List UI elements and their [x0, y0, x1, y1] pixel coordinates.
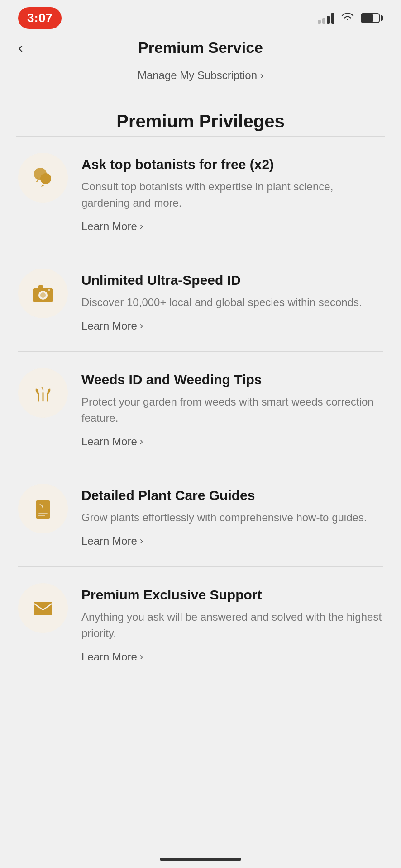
time-display: 3:07	[18, 7, 62, 29]
weeds-learn-more[interactable]: Learn More ›	[81, 435, 143, 448]
feature-item-botanists: Ask top botanists for free (x2) Consult …	[0, 137, 401, 236]
subscription-chevron: ›	[260, 70, 263, 81]
botanists-icon-wrap	[18, 153, 68, 203]
plant-care-learn-more[interactable]: Learn More ›	[81, 535, 143, 547]
support-title: Premium Exclusive Support	[81, 586, 383, 604]
battery-icon	[361, 13, 383, 23]
plant-icon	[30, 380, 56, 406]
chat-icon	[30, 165, 56, 190]
plant-icon-wrap	[18, 368, 68, 418]
feature-item-support: Premium Exclusive Support Anything you a…	[0, 567, 401, 666]
botanists-learn-more-chevron: ›	[140, 221, 143, 232]
feature-content-ultra-speed: Unlimited Ultra-Speed ID Discover 10,000…	[81, 269, 383, 335]
feature-item-ultra-speed: Unlimited Ultra-Speed ID Discover 10,000…	[0, 252, 401, 335]
back-button[interactable]: ‹	[18, 39, 23, 56]
ultra-speed-learn-more-chevron: ›	[140, 320, 143, 332]
ultra-speed-title: Unlimited Ultra-Speed ID	[81, 271, 383, 289]
botanists-learn-more[interactable]: Learn More ›	[81, 220, 143, 233]
svg-rect-6	[48, 289, 50, 291]
nav-header: ‹ Premium Service	[0, 33, 401, 63]
feature-item-plant-care: Detailed Plant Care Guides Grow plants e…	[0, 467, 401, 550]
svg-point-1	[40, 173, 51, 184]
mail-icon-wrap	[18, 583, 68, 633]
plant-care-title: Detailed Plant Care Guides	[81, 486, 383, 504]
weeds-learn-more-chevron: ›	[140, 436, 143, 448]
botanists-desc: Consult top botanists with expertise in …	[81, 179, 383, 211]
feature-content-support: Premium Exclusive Support Anything you a…	[81, 583, 383, 666]
plant-care-desc: Grow plants effortlessly with comprehens…	[81, 509, 383, 526]
home-indicator	[0, 847, 401, 868]
subscription-text: Manage My Subscription	[138, 69, 257, 81]
svg-rect-8	[38, 513, 48, 514]
signal-icon	[318, 13, 334, 24]
status-bar: 3:07	[0, 0, 401, 33]
section-title: Premium Privileges	[0, 93, 401, 136]
feature-item-weeds: Weeds ID and Weeding Tips Protect your g…	[0, 352, 401, 451]
mail-icon	[30, 595, 56, 621]
support-desc: Anything you ask will be answered and so…	[81, 609, 383, 642]
book-icon	[30, 496, 56, 521]
book-icon-wrap	[18, 484, 68, 533]
wifi-icon	[341, 11, 354, 25]
ultra-speed-desc: Discover 10,000+ local and global specie…	[81, 294, 383, 311]
ultra-speed-learn-more[interactable]: Learn More ›	[81, 320, 143, 332]
weeds-desc: Protect your garden from weeds with smar…	[81, 394, 383, 426]
feature-content-weeds: Weeds ID and Weeding Tips Protect your g…	[81, 368, 383, 451]
page-title: Premium Service	[138, 39, 263, 57]
feature-content-botanists: Ask top botanists for free (x2) Consult …	[81, 153, 383, 236]
botanists-title: Ask top botanists for free (x2)	[81, 156, 383, 173]
svg-rect-10	[34, 602, 52, 615]
support-learn-more[interactable]: Learn More ›	[81, 651, 143, 663]
weeds-title: Weeds ID and Weeding Tips	[81, 371, 383, 388]
svg-rect-5	[38, 285, 43, 289]
subscription-link[interactable]: Manage My Subscription ›	[0, 63, 401, 93]
plant-care-learn-more-chevron: ›	[140, 535, 143, 547]
svg-point-4	[40, 292, 46, 298]
camera-icon-wrap	[18, 269, 68, 318]
status-icons	[318, 11, 383, 25]
svg-rect-9	[38, 515, 45, 516]
support-learn-more-chevron: ›	[140, 651, 143, 663]
camera-icon	[30, 281, 56, 306]
feature-content-plant-care: Detailed Plant Care Guides Grow plants e…	[81, 484, 383, 550]
home-bar	[160, 858, 241, 861]
